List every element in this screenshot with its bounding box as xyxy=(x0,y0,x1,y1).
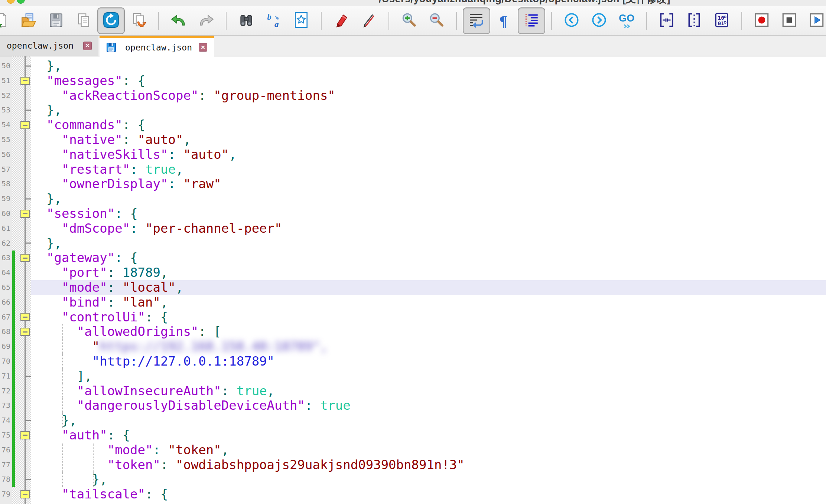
whitespace xyxy=(31,206,46,221)
indent-guides-button[interactable] xyxy=(518,7,545,34)
undo-button[interactable] xyxy=(165,7,192,34)
code-line-54: 54 "commands": { xyxy=(0,118,826,132)
stop-macro-button[interactable] xyxy=(775,7,803,34)
reload-buffer-button[interactable] xyxy=(97,7,125,34)
code-text[interactable]: "mode": "token", xyxy=(31,443,826,458)
open-file-icon xyxy=(20,12,37,30)
code-text[interactable]: "messages": { xyxy=(31,73,826,88)
tab-1-openclaw-json[interactable]: openclaw.json✕ xyxy=(0,36,98,56)
code-text[interactable]: "http://127.0.0.1:18789" xyxy=(31,354,826,369)
code-text[interactable]: }, xyxy=(31,192,826,206)
json-key: "nativeSkills" xyxy=(62,147,168,162)
toolbar-separator xyxy=(321,12,322,30)
zoom-button[interactable] xyxy=(17,0,25,4)
change-marker xyxy=(12,295,15,310)
toolbar-separator xyxy=(646,12,647,30)
goto-line-icon: GO xyxy=(618,12,635,30)
fold-toggle[interactable] xyxy=(20,77,30,85)
fold-toggle[interactable] xyxy=(20,121,30,129)
bookmark-button[interactable] xyxy=(287,7,315,34)
code-text[interactable]: }, xyxy=(31,472,826,487)
code-text[interactable]: }, xyxy=(31,236,826,251)
whitespace xyxy=(31,310,62,324)
redo-button[interactable] xyxy=(192,7,220,34)
highlight-marker-button[interactable] xyxy=(328,7,355,34)
code-line-53: 53 }, xyxy=(0,103,826,118)
change-marker xyxy=(12,369,15,384)
zoom-out-button[interactable] xyxy=(423,7,450,34)
code-text[interactable]: }, xyxy=(31,59,826,73)
show-invisibles-button[interactable]: ¶ xyxy=(490,7,518,34)
code-text[interactable]: "controlUi": { xyxy=(31,310,826,325)
fold-toggle[interactable] xyxy=(20,254,30,262)
zoom-in-button[interactable] xyxy=(395,7,423,34)
code-text[interactable]: "gateway": { xyxy=(31,251,826,265)
code-text[interactable]: "https://192.168.158.48:18789", xyxy=(31,339,826,354)
code-text[interactable]: "ackReactionScope": "group-mentions" xyxy=(31,88,826,103)
code-text[interactable]: "tailscale": { xyxy=(31,487,826,502)
line-number: 51 xyxy=(0,73,11,88)
zoom-out-icon xyxy=(428,12,445,30)
code-text[interactable]: }, xyxy=(31,413,826,428)
new-file-icon xyxy=(0,12,10,30)
json-key: "token" xyxy=(107,457,160,472)
code-editor[interactable]: 50 },51 "messages": {52 "ackReactionScop… xyxy=(0,56,826,504)
code-text[interactable]: "dmScope": "per-channel-peer" xyxy=(31,221,826,236)
stop-macro-icon xyxy=(781,12,798,30)
fold-end-marker xyxy=(25,376,31,377)
code-text[interactable]: "dangerouslyDisableDeviceAuth": true xyxy=(31,398,826,413)
punctuation: : { xyxy=(123,73,145,88)
fold-toggle[interactable] xyxy=(20,328,30,336)
code-line-68: 68 "allowedOrigins": [ xyxy=(0,324,826,339)
redo-icon xyxy=(198,12,215,30)
punctuation: , xyxy=(160,265,168,280)
word-wrap-button[interactable] xyxy=(463,7,490,34)
nav-back-button[interactable] xyxy=(558,7,585,34)
code-text[interactable]: "token": "owdiabshppoajs29uakjsnd09390bn… xyxy=(31,458,826,472)
minimize-button[interactable] xyxy=(7,0,15,4)
code-text[interactable]: ], xyxy=(31,369,826,384)
code-text[interactable]: "session": { xyxy=(31,206,826,221)
select-bracket-button[interactable] xyxy=(680,7,708,34)
fold-toggle[interactable] xyxy=(20,490,30,498)
save-file-button[interactable] xyxy=(42,7,70,34)
match-bracket-icon xyxy=(658,12,675,30)
close-buffer-button[interactable] xyxy=(125,7,152,34)
code-text[interactable]: }, xyxy=(31,103,826,118)
match-bracket-button[interactable] xyxy=(653,7,680,34)
nav-forward-button[interactable] xyxy=(585,7,613,34)
open-file-button[interactable] xyxy=(15,7,42,34)
code-text[interactable]: "ownerDisplay": "raw" xyxy=(31,177,826,192)
line-number: 53 xyxy=(0,103,11,118)
record-macro-button[interactable] xyxy=(748,7,775,34)
new-file-button[interactable] xyxy=(0,7,15,34)
code-text[interactable]: "nativeSkills": "auto", xyxy=(31,147,826,162)
code-text[interactable]: "auth": { xyxy=(31,428,826,443)
tab-close-icon[interactable]: ✕ xyxy=(199,43,207,52)
tab-close-icon[interactable]: ✕ xyxy=(83,42,92,50)
find-button[interactable] xyxy=(232,7,260,34)
code-text[interactable]: "mode": "local", xyxy=(31,280,826,295)
punctuation: , xyxy=(183,132,191,147)
goto-line-button[interactable]: GO xyxy=(613,7,640,34)
code-text[interactable]: "port": 18789, xyxy=(31,265,826,280)
fold-toggle[interactable] xyxy=(20,313,30,321)
code-text[interactable]: "native": "auto", xyxy=(31,132,826,147)
punctuation: : xyxy=(153,442,168,457)
code-text[interactable]: "allowInsecureAuth": true, xyxy=(31,384,826,399)
copy-buffer-button[interactable] xyxy=(70,7,97,34)
tab-2-openclaw-json[interactable]: openclaw.json✕ xyxy=(100,36,214,56)
code-text[interactable]: "restart": true, xyxy=(31,162,826,177)
json-key: "native" xyxy=(62,132,123,147)
play-macro-button[interactable] xyxy=(803,7,826,34)
code-text[interactable]: "allowedOrigins": [ xyxy=(31,324,826,339)
json-key: "messages" xyxy=(46,73,123,88)
code-line-71: 71 ], xyxy=(0,369,826,384)
binary-view-button[interactable]: 1001 xyxy=(708,7,735,34)
fold-toggle[interactable] xyxy=(20,210,30,218)
code-text[interactable]: "bind": "lan", xyxy=(31,295,826,310)
pen-marker-button[interactable] xyxy=(355,7,383,34)
fold-toggle[interactable] xyxy=(20,431,30,439)
find-replace-button[interactable]: ba xyxy=(260,7,287,34)
code-text[interactable]: "commands": { xyxy=(31,118,826,132)
